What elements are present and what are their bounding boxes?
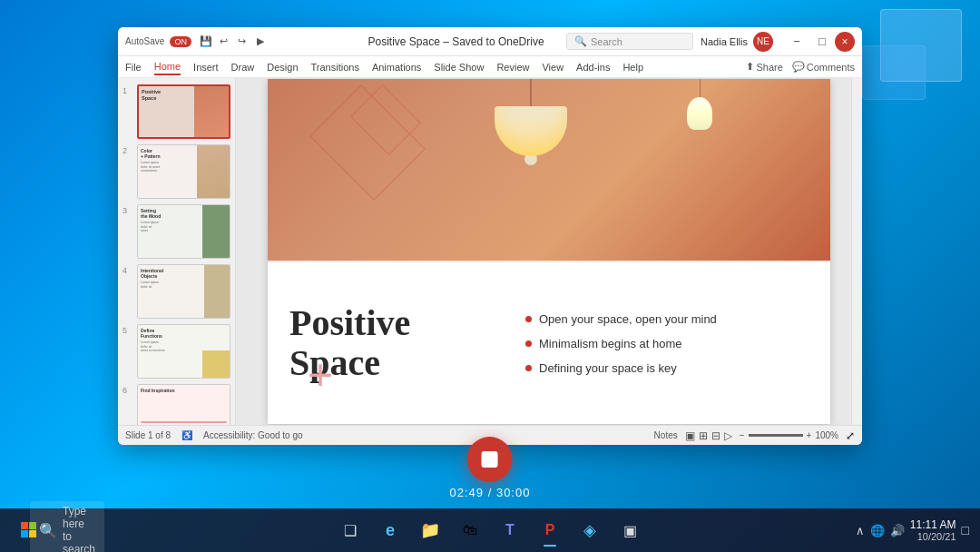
ppt-body: 1 PositiveSpace 2 Color: [118, 78, 862, 425]
title-bar-left: AutoSave ON 💾 ↩ ↪ ▶: [125, 34, 346, 49]
slide-thumb-6[interactable]: 6 Find Inspiration: [118, 381, 235, 425]
title-bar-right: Nadia Ellis NE − □ ×: [701, 32, 855, 52]
present-icon[interactable]: ▶: [253, 34, 268, 49]
recording-timer: 02:49 / 30:00: [450, 486, 531, 499]
autosave-toggle[interactable]: ON: [170, 36, 191, 47]
svg-rect-0: [21, 522, 28, 529]
tab-help[interactable]: Help: [622, 60, 643, 74]
stop-recording-button[interactable]: [467, 437, 513, 482]
autosave-label: AutoSave: [125, 36, 164, 46]
slide-thumb-3[interactable]: 3 Settingthe Mood Lorem ipsumdolor sitam…: [118, 202, 235, 261]
slide-thumb-4[interactable]: 4 IntentionalObjects Lorem ipsumdolor si…: [118, 261, 235, 321]
taskbar-search-box[interactable]: 🔍 Type here to search: [30, 501, 104, 552]
search-icon-taskbar: 🔍: [39, 522, 57, 539]
volume-icon[interactable]: 🔊: [890, 524, 905, 537]
fit-slide-icon[interactable]: ⤢: [846, 429, 855, 442]
slide-info: Slide 1 of 8: [125, 430, 171, 440]
zoom-in-icon[interactable]: +: [807, 430, 812, 440]
accessibility-text: Accessibility: Good to go: [203, 430, 303, 440]
tab-home[interactable]: Home: [154, 59, 181, 75]
store-app-icon[interactable]: 🛍: [452, 512, 488, 548]
tab-design[interactable]: Design: [267, 60, 298, 74]
undo-icon[interactable]: ↩: [217, 34, 231, 49]
slide-thumb-2[interactable]: 2 Color+ Pattern Lorem ipsumdolor sit am…: [118, 142, 235, 202]
normal-view-icon[interactable]: ▣: [685, 429, 695, 442]
thumb1-image: [194, 86, 229, 137]
minimize-button[interactable]: −: [784, 32, 809, 52]
comments-button[interactable]: 💬 Comments: [792, 61, 855, 73]
slide-thumb-5[interactable]: 5 DefineFunctions Lorem ipsumdolor sitam…: [118, 321, 235, 381]
window-controls: − □ ×: [784, 32, 855, 52]
presenter-view-icon[interactable]: ▷: [724, 429, 732, 442]
edge-icon: e: [386, 521, 395, 540]
search-icon: 🔍: [574, 35, 587, 47]
slide-preview-3: Settingthe Mood Lorem ipsumdolor sitamet: [137, 204, 230, 259]
slide-scrollbar[interactable]: [851, 78, 862, 425]
tab-addins[interactable]: Add-ins: [576, 60, 610, 74]
lamp-bulb: [687, 79, 712, 130]
notification-icon[interactable]: □: [962, 523, 969, 537]
slide-panel[interactable]: 1 PositiveSpace 2 Color: [118, 78, 236, 425]
user-name: Nadia Ellis: [701, 36, 748, 47]
tab-file[interactable]: File: [125, 60, 142, 74]
explorer-app-icon[interactable]: 📁: [412, 512, 448, 548]
user-avatar[interactable]: NE: [753, 32, 773, 52]
ribbon-tabs: File Home Insert Draw Design Transitions…: [118, 56, 862, 78]
close-button[interactable]: ×: [835, 32, 855, 52]
status-bar-right: Notes ▣ ⊞ ⊟ ▷ − + 100% ⤢: [654, 429, 855, 442]
slide-thumb-1[interactable]: 1 PositiveSpace: [118, 82, 235, 142]
zoom-controls: − + 100%: [740, 430, 838, 440]
slide-image-area: [268, 79, 830, 261]
win-panel-1: [880, 9, 962, 82]
slide-preview-1: PositiveSpace: [137, 84, 230, 139]
tab-draw[interactable]: Draw: [231, 60, 255, 74]
search-button-taskbar[interactable]: 🔍 Type here to search: [49, 512, 85, 548]
view-icons: ▣ ⊞ ⊟ ▷: [685, 429, 732, 442]
redo-icon[interactable]: ↪: [235, 34, 250, 49]
recording-bar: 02:49 / 30:00: [450, 437, 531, 499]
ribbon-actions: ⬆ Share 💬 Comments: [746, 61, 855, 73]
slide-number-4: 4: [122, 266, 133, 275]
slide-number-3: 3: [122, 206, 133, 215]
teams-app-icon[interactable]: T: [492, 512, 528, 548]
slide-number-6: 6: [122, 386, 133, 395]
taskbar-center: ❑ e 📁 🛍 T P ◈ ▣: [332, 512, 648, 548]
grid-view-icon[interactable]: ⊞: [699, 429, 708, 442]
edge-app-icon[interactable]: e: [372, 512, 408, 548]
terminal-icon: ▣: [623, 522, 637, 539]
explorer-icon: 📁: [420, 520, 440, 540]
slide-number-1: 1: [122, 86, 133, 95]
reading-view-icon[interactable]: ⊟: [711, 429, 720, 442]
zoom-out-icon[interactable]: −: [740, 430, 745, 440]
tab-insert[interactable]: Insert: [193, 60, 219, 74]
slide-canvas: Positive Space + Open your space, open y…: [268, 79, 830, 424]
share-button[interactable]: ⬆ Share: [746, 61, 782, 73]
tab-animations[interactable]: Animations: [372, 60, 421, 74]
edge2-app-icon[interactable]: ◈: [572, 512, 608, 548]
powerpoint-app-icon[interactable]: P: [532, 512, 568, 548]
slide-preview-6: Find Inspiration: [137, 384, 230, 425]
slide-plus-symbol: +: [308, 353, 333, 397]
save-icon[interactable]: 💾: [199, 34, 213, 49]
tab-transitions[interactable]: Transitions: [311, 60, 359, 74]
chevron-up-icon[interactable]: ∧: [856, 524, 865, 537]
maximize-button[interactable]: □: [809, 32, 835, 52]
notes-button[interactable]: Notes: [654, 430, 678, 440]
bullet-text-2: Minimalism begins at home: [539, 337, 682, 350]
bullet-dot-3: [525, 365, 532, 371]
zoom-slider[interactable]: [749, 434, 803, 437]
clock-date: 10/20/21: [910, 531, 956, 542]
tab-slideshow[interactable]: Slide Show: [434, 60, 484, 74]
tab-review[interactable]: Review: [496, 60, 529, 74]
window-title: Positive Space – Saved to OneDrive: [346, 35, 566, 48]
stop-icon: [482, 451, 498, 468]
network-icon[interactable]: 🌐: [870, 524, 885, 537]
terminal-app-icon[interactable]: ▣: [612, 512, 648, 548]
search-bar[interactable]: 🔍 Search: [566, 33, 693, 50]
system-clock[interactable]: 11:11 AM 10/20/21: [910, 518, 956, 542]
taskview-button[interactable]: ❑: [332, 512, 368, 548]
slide-preview-2: Color+ Pattern Lorem ipsumdolor sit amet…: [137, 144, 230, 199]
tab-view[interactable]: View: [542, 60, 564, 74]
svg-rect-2: [21, 530, 28, 537]
slide-preview-4: IntentionalObjects Lorem ipsumdolor sit: [137, 264, 230, 319]
